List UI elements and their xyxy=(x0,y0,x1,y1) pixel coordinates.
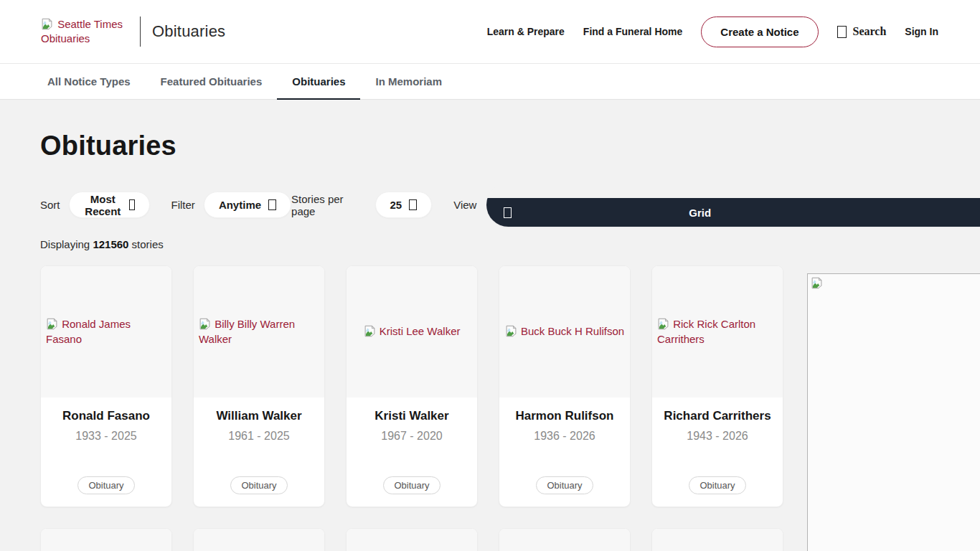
notice-type-tabbar: All Notice Types Featured Obituaries Obi… xyxy=(0,63,980,100)
card-name: William Walker xyxy=(216,409,301,423)
chevron-down-icon xyxy=(409,199,417,210)
grid-icon xyxy=(504,207,512,218)
obituary-grid: Ronald James Fasano Ronald Fasano 1933 -… xyxy=(40,265,783,507)
card-info: William Walker 1961 - 2025 Obituary xyxy=(194,397,324,507)
card-name: Richard Carrithers xyxy=(664,409,771,423)
chevron-down-icon xyxy=(129,199,134,210)
search-label: Search xyxy=(853,25,887,38)
card-years: 1936 - 2026 xyxy=(534,430,595,443)
sort-label: Sort xyxy=(40,199,60,211)
card-info: Richard Carrithers 1943 - 2026 Obituary xyxy=(652,397,783,507)
sign-in-button[interactable]: Sign In xyxy=(905,26,938,37)
obituary-card[interactable]: Buck Buck H Rulifson Harmon Rulifson 193… xyxy=(499,265,631,507)
card-info: Harmon Rulifson 1936 - 2026 Obituary xyxy=(499,397,630,507)
card-badge: Obituary xyxy=(383,476,440,494)
card-info: Ronald Fasano 1933 - 2025 Obituary xyxy=(41,397,171,507)
view-grid-button[interactable]: Grid xyxy=(486,198,980,227)
results-count-prefix: Displaying xyxy=(40,238,90,250)
obituary-card[interactable] xyxy=(40,528,172,551)
page-title: Obituaries xyxy=(40,131,940,161)
controls-right: Stories per page 25 View Grid List xyxy=(291,183,980,227)
card-image-alt: Buck Buck H Rulifson xyxy=(521,325,624,337)
obituary-card[interactable]: Kristi Lee Walker Kristi Walker 1967 - 2… xyxy=(346,265,478,507)
card-photo-area: Billy Billy Warren Walker xyxy=(194,266,324,397)
card-photo-area: Kristi Lee Walker xyxy=(347,266,477,397)
obituary-card[interactable] xyxy=(499,528,631,551)
filter-dropdown[interactable]: Anytime xyxy=(204,192,291,218)
site-logo[interactable]: Seattle Times Obituaries xyxy=(41,17,131,47)
broken-image-icon xyxy=(811,277,823,289)
list-controls: Sort Most Recent Filter Anytime Stories … xyxy=(40,183,940,227)
header-divider xyxy=(140,17,141,47)
nav-learn-prepare[interactable]: Learn & Prepare xyxy=(487,26,565,37)
obituary-grid-row2 xyxy=(40,528,783,551)
per-page-label: Stories per page xyxy=(291,193,366,217)
broken-image-icon xyxy=(505,325,517,337)
card-years: 1967 - 2020 xyxy=(381,430,442,443)
tab-featured-obituaries[interactable]: Featured Obituaries xyxy=(146,64,278,99)
results-count-suffix: stories xyxy=(132,238,164,250)
card-badge: Obituary xyxy=(536,476,593,494)
search-icon xyxy=(837,26,847,38)
broken-image-icon xyxy=(199,318,211,330)
sort-dropdown[interactable]: Most Recent xyxy=(69,192,150,218)
tab-in-memoriam[interactable]: In Memoriam xyxy=(360,64,457,99)
broken-image-slot xyxy=(41,18,57,30)
obituary-card[interactable]: Billy Billy Warren Walker William Walker… xyxy=(193,265,325,507)
card-name: Harmon Rulifson xyxy=(516,409,614,423)
broken-image-icon xyxy=(41,18,53,30)
card-years: 1943 - 2026 xyxy=(687,430,748,443)
obituary-card[interactable] xyxy=(651,528,783,551)
per-page-dropdown[interactable]: 25 xyxy=(375,192,433,218)
card-name: Kristi Walker xyxy=(374,409,448,423)
filter-value: Anytime xyxy=(219,199,261,211)
obituary-card[interactable]: Rick Rick Carlton Carrithers Richard Car… xyxy=(651,265,783,507)
per-page-value: 25 xyxy=(390,199,402,211)
card-badge: Obituary xyxy=(689,476,745,494)
view-label: View xyxy=(453,199,476,211)
site-header: Seattle Times Obituaries Obituaries Lear… xyxy=(0,0,980,63)
tab-obituaries[interactable]: Obituaries xyxy=(277,64,360,99)
card-badge: Obituary xyxy=(230,476,287,494)
sort-value: Most Recent xyxy=(84,193,123,217)
search-button[interactable]: Search xyxy=(837,25,887,38)
create-notice-button[interactable]: Create a Notice xyxy=(701,17,818,47)
chevron-down-icon xyxy=(268,199,276,210)
view-grid-label: Grid xyxy=(641,207,758,219)
broken-image-icon xyxy=(364,325,376,337)
ad-frame xyxy=(807,273,980,551)
header-nav: Learn & Prepare Find a Funeral Home Crea… xyxy=(487,17,938,47)
view-toggle: Grid List xyxy=(486,183,980,227)
card-info: Kristi Walker 1967 - 2020 Obituary xyxy=(347,397,477,507)
card-badge: Obituary xyxy=(77,476,134,494)
card-photo-area: Ronald James Fasano xyxy=(41,266,171,397)
filter-label: Filter xyxy=(171,199,195,211)
card-name: Ronald Fasano xyxy=(62,409,150,423)
card-photo-area: Buck Buck H Rulifson xyxy=(499,266,630,397)
obituary-card[interactable]: Ronald James Fasano Ronald Fasano 1933 -… xyxy=(40,265,172,507)
results-count-number: 121560 xyxy=(93,238,128,250)
card-image-alt: Kristi Lee Walker xyxy=(380,325,461,337)
card-photo-area: Rick Rick Carlton Carrithers xyxy=(652,266,783,397)
card-years: 1933 - 2025 xyxy=(75,430,136,443)
tab-all-notice-types[interactable]: All Notice Types xyxy=(32,64,146,99)
header-section-title: Obituaries xyxy=(152,22,225,41)
nav-find-funeral-home[interactable]: Find a Funeral Home xyxy=(583,26,682,37)
obituary-card[interactable] xyxy=(193,528,325,551)
obituary-card[interactable] xyxy=(346,528,478,551)
broken-image-icon xyxy=(657,318,669,330)
results-count: Displaying 121560 stories xyxy=(40,238,940,250)
card-years: 1961 - 2025 xyxy=(228,430,289,443)
broken-image-icon xyxy=(46,318,58,330)
